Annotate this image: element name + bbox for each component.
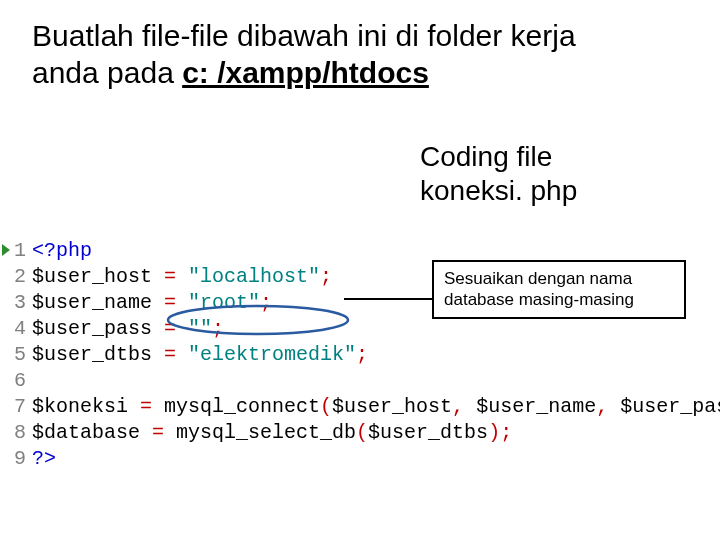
slide-heading: Buatlah file-file dibawah ini di folder … xyxy=(32,18,682,91)
line-number: 8 xyxy=(0,420,32,446)
line-number: 4 xyxy=(0,316,32,342)
fn-call: mysql_connect xyxy=(164,395,320,418)
paren: ) xyxy=(488,421,500,444)
comma: , xyxy=(596,395,620,418)
var: $user_dtbs xyxy=(368,421,488,444)
php-open-tag: <?php xyxy=(32,239,92,262)
op-eq: = xyxy=(140,421,176,444)
line-number: 3 xyxy=(0,290,32,316)
semi: ; xyxy=(260,291,272,314)
var: $user_name xyxy=(476,395,596,418)
var: $user_name xyxy=(32,291,152,314)
var: $user_dtbs xyxy=(32,343,152,366)
paren: ( xyxy=(356,421,368,444)
fn-call: mysql_select_db xyxy=(176,421,356,444)
line-number: 5 xyxy=(0,342,32,368)
semi: ; xyxy=(320,265,332,288)
op-eq: = xyxy=(152,291,188,314)
note-line2: database masing-masing xyxy=(444,290,634,309)
line-number: 7 xyxy=(0,394,32,420)
semi: ; xyxy=(356,343,368,366)
heading-path: c: /xampp/htdocs xyxy=(182,56,429,89)
semi: ; xyxy=(500,421,512,444)
comma: , xyxy=(452,395,476,418)
code-block: 1<?php 2$user_host = "localhost"; 3$user… xyxy=(0,212,720,472)
var: $user_pass xyxy=(620,395,720,418)
var: $user_pass xyxy=(32,317,152,340)
op-eq: = xyxy=(152,317,188,340)
heading-line1: Buatlah file-file dibawah ini di folder … xyxy=(32,19,576,52)
annotation-connector-line xyxy=(344,298,432,300)
line-number: 9 xyxy=(0,446,32,472)
string: "" xyxy=(188,317,212,340)
semi: ; xyxy=(212,317,224,340)
string: "elektromedik" xyxy=(188,343,356,366)
string: "localhost" xyxy=(188,265,320,288)
heading-line2-prefix: anda pada xyxy=(32,56,182,89)
note-line1: Sesuaikan dengan nama xyxy=(444,269,632,288)
line-number: 6 xyxy=(0,368,32,394)
subtitle: Coding file koneksi. php xyxy=(420,140,577,207)
php-close-tag: ?> xyxy=(32,447,56,470)
string: "root" xyxy=(188,291,260,314)
subtitle-line1: Coding file xyxy=(420,141,552,172)
line-number: 2 xyxy=(0,264,32,290)
var: $user_host xyxy=(332,395,452,418)
annotation-note: Sesuaikan dengan nama database masing-ma… xyxy=(432,260,686,319)
line-number: 1 xyxy=(0,238,32,264)
op-eq: = xyxy=(152,343,188,366)
var: $user_host xyxy=(32,265,152,288)
var: $database xyxy=(32,421,140,444)
op-eq: = xyxy=(152,265,188,288)
op-eq: = xyxy=(128,395,164,418)
paren: ( xyxy=(320,395,332,418)
subtitle-line2: koneksi. php xyxy=(420,175,577,206)
var: $koneksi xyxy=(32,395,128,418)
